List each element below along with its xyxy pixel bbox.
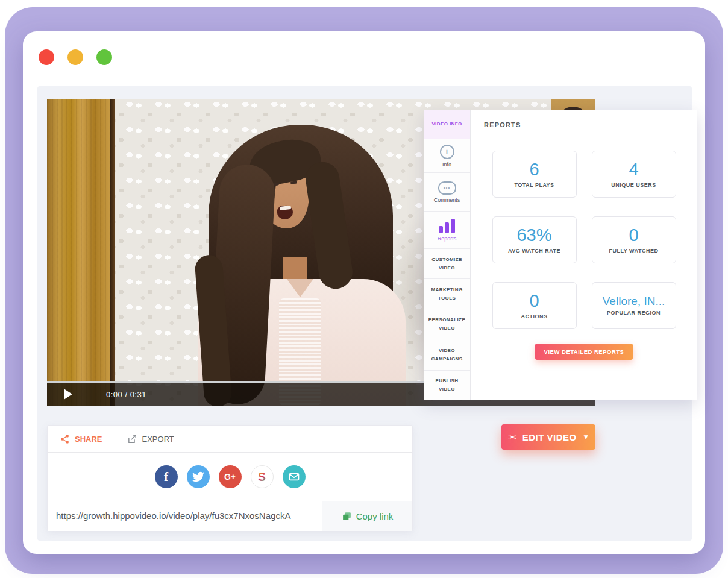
facebook-icon: f bbox=[164, 470, 168, 485]
reports-icon bbox=[439, 219, 455, 233]
play-button[interactable] bbox=[64, 389, 72, 400]
facebook-share-button[interactable]: f bbox=[155, 465, 178, 488]
browser-window: 0:00 / 0:31 VIDEO INFO i Info ••• Commen… bbox=[23, 31, 705, 554]
export-icon bbox=[127, 434, 137, 444]
tab-publish-video[interactable]: PUBLISH VIDEO bbox=[424, 371, 470, 400]
tab-share[interactable]: SHARE bbox=[48, 426, 115, 452]
tab-marketing-tools[interactable]: MARKETING TOOLS bbox=[424, 279, 470, 309]
minimize-window-button[interactable] bbox=[67, 49, 83, 65]
edit-video-button[interactable]: ✂ EDIT VIDEO ▼ bbox=[501, 424, 595, 450]
share-export-card: SHARE EXPORT f bbox=[47, 425, 413, 531]
stat-card-unique-users: 4 UNIQUE USERS bbox=[592, 151, 676, 198]
tab-comments[interactable]: ••• Comments bbox=[424, 173, 470, 212]
reports-title: REPORTS bbox=[484, 121, 684, 128]
stat-card-actions: 0 ACTIONS bbox=[492, 282, 577, 329]
stat-card-avg-watch-rate: 63% AVG WATCH RATE bbox=[492, 216, 577, 263]
unique-users-label: UNIQUE USERS bbox=[611, 182, 656, 188]
fully-watched-value: 0 bbox=[629, 226, 638, 244]
reports-divider bbox=[484, 136, 684, 136]
tab-video-info-label: VIDEO INFO bbox=[431, 121, 462, 128]
comments-icon: ••• bbox=[438, 181, 456, 195]
share-tabs: SHARE EXPORT bbox=[48, 426, 412, 453]
slack-icon: S bbox=[258, 470, 266, 484]
actions-value: 0 bbox=[529, 292, 539, 310]
video-time: 0:00 / 0:31 bbox=[106, 390, 146, 399]
view-detailed-reports-button[interactable]: VIEW DETAILED REPORTS bbox=[535, 344, 633, 360]
window-controls bbox=[39, 49, 112, 65]
slack-share-button[interactable]: S bbox=[251, 465, 274, 488]
popular-region-label: POPULAR REGION bbox=[607, 310, 661, 316]
tab-publish-video-label: PUBLISH VIDEO bbox=[427, 377, 466, 393]
tab-info[interactable]: i Info bbox=[424, 139, 470, 173]
tab-reports[interactable]: Reports bbox=[424, 212, 470, 249]
stat-card-fully-watched: 0 FULLY WATCHED bbox=[592, 216, 676, 263]
total-plays-label: TOTAL PLAYS bbox=[514, 182, 554, 188]
copy-link-button[interactable]: Copy link bbox=[322, 501, 412, 531]
popular-region-value: Vellore, IN... bbox=[603, 295, 665, 307]
presenter-eye-right bbox=[290, 181, 297, 184]
fully-watched-label: FULLY WATCHED bbox=[609, 248, 659, 254]
avg-watch-rate-label: AVG WATCH RATE bbox=[508, 248, 560, 254]
tab-personalize-video[interactable]: PERSONALIZE VIDEO bbox=[424, 309, 470, 339]
tab-personalize-video-label: PERSONALIZE VIDEO bbox=[427, 316, 466, 332]
stat-card-total-plays: 6 TOTAL PLAYS bbox=[492, 151, 577, 198]
video-link-field[interactable]: https://growth.hippovideo.io/video/play/… bbox=[48, 501, 322, 531]
tab-video-campaigns[interactable]: VIDEO CAMPAIGNS bbox=[424, 339, 470, 371]
email-share-button[interactable] bbox=[283, 465, 306, 488]
tab-video-campaigns-label: VIDEO CAMPAIGNS bbox=[427, 347, 466, 363]
info-icon: i bbox=[440, 145, 454, 159]
tab-info-label: Info bbox=[442, 162, 451, 168]
twitter-share-button[interactable] bbox=[187, 465, 210, 488]
video-link-row: https://growth.hippovideo.io/video/play/… bbox=[48, 501, 412, 531]
stat-card-popular-region: Vellore, IN... POPULAR REGION bbox=[592, 282, 676, 329]
social-buttons: f G+ S bbox=[48, 453, 412, 501]
video-info-sidebar: VIDEO INFO i Info ••• Comments Reports bbox=[424, 110, 471, 400]
tab-export[interactable]: EXPORT bbox=[115, 426, 186, 452]
scissors-icon: ✂ bbox=[509, 432, 517, 443]
reports-panel: REPORTS 6 TOTAL PLAYS 4 UNIQUE USERS 63% bbox=[471, 110, 697, 400]
google-plus-share-button[interactable]: G+ bbox=[219, 465, 242, 488]
tab-customize-video-label: CUSTOMIZE VIDEO bbox=[427, 256, 466, 272]
caret-down-icon: ▼ bbox=[584, 434, 588, 440]
tab-video-info[interactable]: VIDEO INFO bbox=[424, 110, 470, 139]
tab-export-label: EXPORT bbox=[142, 435, 174, 444]
copy-icon bbox=[342, 511, 352, 521]
unique-users-value: 4 bbox=[629, 160, 638, 178]
tab-reports-label: Reports bbox=[438, 236, 457, 242]
app-content: 0:00 / 0:31 VIDEO INFO i Info ••• Commen… bbox=[37, 86, 692, 541]
total-plays-value: 6 bbox=[529, 160, 539, 178]
page: 0:00 / 0:31 VIDEO INFO i Info ••• Commen… bbox=[0, 0, 728, 578]
edit-video-label: EDIT VIDEO bbox=[522, 432, 577, 442]
close-window-button[interactable] bbox=[39, 49, 54, 65]
avg-watch-rate-value: 63% bbox=[516, 226, 551, 244]
share-icon bbox=[60, 434, 70, 444]
tab-customize-video[interactable]: CUSTOMIZE VIDEO bbox=[424, 249, 470, 279]
email-icon bbox=[288, 471, 300, 483]
stats-grid: 6 TOTAL PLAYS 4 UNIQUE USERS 63% AVG WAT… bbox=[484, 151, 684, 329]
copy-link-label: Copy link bbox=[356, 511, 394, 521]
google-plus-icon: G+ bbox=[224, 472, 236, 482]
twitter-icon bbox=[192, 471, 204, 483]
tab-comments-label: Comments bbox=[434, 197, 460, 203]
tab-share-label: SHARE bbox=[75, 435, 102, 444]
tab-marketing-tools-label: MARKETING TOOLS bbox=[427, 286, 466, 302]
actions-label: ACTIONS bbox=[521, 313, 548, 319]
video-info-panel: VIDEO INFO i Info ••• Comments Reports bbox=[424, 110, 697, 400]
maximize-window-button[interactable] bbox=[96, 49, 112, 65]
